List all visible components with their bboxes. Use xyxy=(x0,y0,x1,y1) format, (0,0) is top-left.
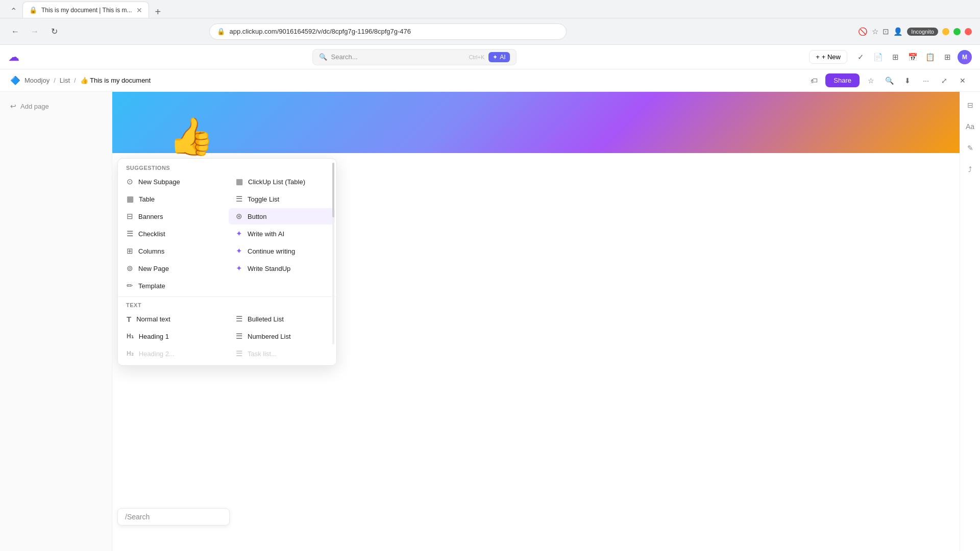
tab-close-icon[interactable]: ✕ xyxy=(136,6,142,14)
minimize-button[interactable] xyxy=(942,28,949,35)
new-tab-button[interactable]: + xyxy=(151,6,165,18)
expand-icon[interactable]: ⤢ xyxy=(937,73,951,88)
search-doc-icon[interactable]: 🔍 xyxy=(882,73,896,88)
dropdown-item-columns[interactable]: ⊞ Columns xyxy=(119,243,226,259)
dropdown-item-new-subpage[interactable]: ⊙ New Subpage xyxy=(119,173,226,190)
dropdown-item-new-page[interactable]: ⊚ New Page xyxy=(119,260,226,277)
checklist-icon: ☰ xyxy=(127,229,133,238)
table-icon[interactable]: ⊞ xyxy=(888,50,902,64)
rp-share-icon[interactable]: ⤴ xyxy=(963,162,977,177)
search-placeholder-text: Search... xyxy=(331,53,358,61)
breadcrumb-list[interactable]: List xyxy=(60,77,70,84)
bulleted-list-icon: ☰ xyxy=(236,314,242,323)
dropdown-item-clickup-list[interactable]: ▦ ClickUp List (Table) xyxy=(229,173,335,190)
standup-icon: ✦ xyxy=(236,264,242,273)
doc-area: ↩ Add page 👍 SUGGESTIONS ⊙ New Subpage ▦ xyxy=(0,92,980,551)
grid-icon[interactable]: ⊞ xyxy=(940,50,954,64)
calendar-icon[interactable]: 📅 xyxy=(905,50,920,64)
clickup-list-icon: ▦ xyxy=(236,177,243,186)
devices-icon[interactable]: ⊡ xyxy=(883,27,889,36)
doc-search-input[interactable]: /Search xyxy=(117,508,230,525)
breadcrumb-actions: 🏷 Share ☆ 🔍 ⬇ ··· ⤢ ✕ xyxy=(807,73,970,88)
maximize-button[interactable] xyxy=(953,28,961,35)
plus-icon: + xyxy=(816,53,820,61)
dropdown-item-continue-writing[interactable]: ✦ Continue writing xyxy=(229,243,335,259)
star-icon[interactable]: ☆ xyxy=(864,73,878,88)
app-toolbar: ☁ 🔍 Search... Ctrl+K ✦ AI + + New ✓ 📄 ⊞ … xyxy=(0,45,980,69)
camera-off-icon[interactable]: 🚫 xyxy=(858,27,868,36)
tab-title: This is my document | This is m... xyxy=(41,7,132,14)
ai-button[interactable]: ✦ AI xyxy=(488,52,509,62)
rp-aa-icon[interactable]: Aа xyxy=(963,119,977,134)
search-shortcut: Ctrl+K xyxy=(469,54,484,60)
right-panel: ⊟ Aа ✎ ⤴ xyxy=(960,92,980,551)
normal-text-icon: T xyxy=(127,315,131,323)
dropdown-item-heading1[interactable]: H₁ Heading 1 xyxy=(119,328,226,344)
doc-icon[interactable]: 📄 xyxy=(871,50,885,64)
more-options-icon[interactable]: ··· xyxy=(919,73,933,88)
heading1-icon: H₁ xyxy=(127,333,134,340)
breadcrumb-current: 👍 This is my document xyxy=(80,77,151,84)
continue-writing-icon: ✦ xyxy=(236,246,242,256)
active-tab[interactable]: 🔒 This is my document | This is m... ✕ xyxy=(22,2,149,18)
rp-cursor-icon[interactable]: ✎ xyxy=(963,141,977,155)
dropdown-item-template[interactable]: ✏ Template xyxy=(119,278,226,294)
share-button[interactable]: Share xyxy=(825,73,860,87)
avatar[interactable]: M xyxy=(958,50,972,64)
search-bar[interactable]: 🔍 Search... Ctrl+K ✦ AI xyxy=(312,49,517,65)
dropdown-item-table[interactable]: ▦ Table xyxy=(119,191,226,207)
dropdown-item-button[interactable]: ⊛ Button xyxy=(229,208,335,224)
doc-banner: 👍 xyxy=(112,92,960,153)
app-logo: ☁ xyxy=(8,51,19,64)
toggle-list-icon: ☰ xyxy=(236,194,242,204)
another-doc-icon[interactable]: 📋 xyxy=(923,50,937,64)
add-page-button[interactable]: ↩ Add page xyxy=(6,100,53,112)
check-icon[interactable]: ✓ xyxy=(853,50,868,64)
section-text-label: TEXT xyxy=(118,299,336,310)
doc-sidebar: ↩ Add page xyxy=(0,92,112,551)
banner-emoji: 👍 xyxy=(168,115,214,158)
close-doc-icon[interactable]: ✕ xyxy=(955,73,970,88)
incognito-badge: Incognito xyxy=(907,28,938,36)
dropdown-item-task-list-partial[interactable]: ☰ Task list... xyxy=(229,345,335,362)
breadcrumb-workspace[interactable]: Moodjoy xyxy=(24,77,50,84)
doc-search-area: /Search xyxy=(117,508,230,525)
new-button[interactable]: + + New xyxy=(809,50,847,64)
rp-lines-icon[interactable]: ⊟ xyxy=(963,98,977,112)
task-list-icon: ☰ xyxy=(236,349,242,358)
suggestions-dropdown: SUGGESTIONS ⊙ New Subpage ▦ ClickUp List… xyxy=(117,158,337,366)
dropdown-item-standup[interactable]: ✦ Write StandUp xyxy=(229,260,335,277)
dropdown-item-checklist[interactable]: ☰ Checklist xyxy=(119,226,226,242)
tab-favicon: 🔒 xyxy=(29,6,37,14)
section-suggestions-label: SUGGESTIONS xyxy=(118,162,336,173)
download-icon[interactable]: ⬇ xyxy=(900,73,915,88)
breadcrumb-sep2: / xyxy=(74,77,76,84)
dropdown-scrollbar[interactable] xyxy=(332,163,334,344)
breadcrumb-sep1: / xyxy=(54,77,56,84)
workspace-icon: 🔷 xyxy=(10,76,20,85)
bookmark-icon[interactable]: ☆ xyxy=(872,27,878,36)
reload-button[interactable]: ↻ xyxy=(47,24,61,39)
dropdown-item-normal-text[interactable]: T Normal text xyxy=(119,311,226,327)
address-bar[interactable]: 🔒 app.clickup.com/9016164592/v/dc/8cpfg7… xyxy=(209,23,567,40)
back-button[interactable]: ← xyxy=(8,24,22,39)
browser-right-icons: 🚫 ☆ ⊡ 👤 Incognito xyxy=(858,27,972,36)
dropdown-item-write-ai[interactable]: ✦ Write with AI xyxy=(229,226,335,242)
close-button[interactable] xyxy=(965,28,972,35)
profile-icon[interactable]: 👤 xyxy=(893,27,903,36)
dropdown-item-toggle-list[interactable]: ☰ Toggle List xyxy=(229,191,335,207)
new-subpage-icon: ⊙ xyxy=(127,177,133,186)
lock-icon: 🔒 xyxy=(217,28,225,35)
dropdown-item-banners[interactable]: ⊟ Banners xyxy=(119,208,226,224)
heading2-icon: H₂ xyxy=(127,350,134,357)
forward-button[interactable]: → xyxy=(28,24,42,39)
dropdown-item-bulleted-list[interactable]: ☰ Bulleted List xyxy=(229,311,335,327)
dropdown-item-heading2-partial[interactable]: H₂ Heading 2... xyxy=(119,345,226,362)
table-menu-icon: ▦ xyxy=(127,194,134,204)
dropdown-item-numbered-list[interactable]: ☰ Numbered List xyxy=(229,328,335,344)
tag-icon[interactable]: 🏷 xyxy=(807,73,821,88)
write-ai-icon: ✦ xyxy=(236,229,242,238)
columns-icon: ⊞ xyxy=(127,246,133,256)
add-page-icon: ↩ xyxy=(10,102,16,110)
back-tab-btn[interactable]: ⌃ xyxy=(6,4,20,18)
